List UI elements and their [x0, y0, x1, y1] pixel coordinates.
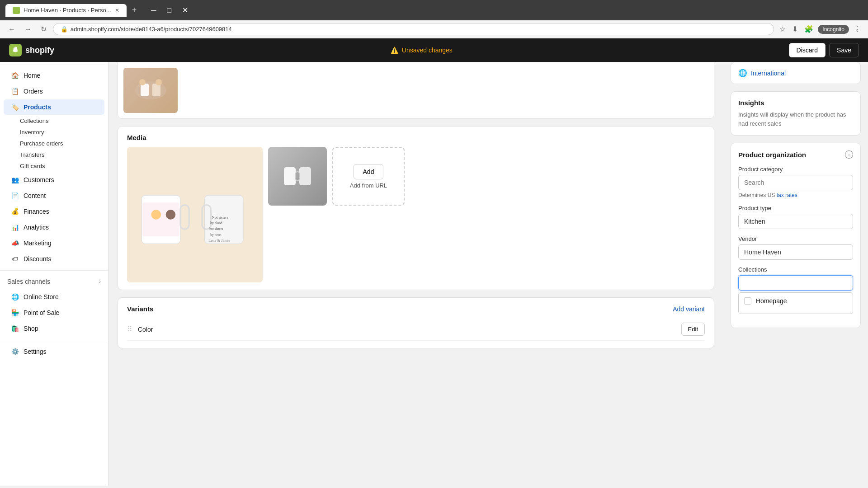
sidebar-item-home[interactable]: 🏠 Home — [4, 68, 104, 83]
svg-point-10 — [166, 210, 175, 219]
variants-card: Variants Add variant ⠿ Color Edit — [118, 297, 714, 348]
svg-text:Not sisters: Not sisters — [212, 215, 229, 220]
extensions-button[interactable]: 🧩 — [802, 23, 815, 35]
media-image-main[interactable]: Not sisters by blood but sisters by hear… — [127, 147, 263, 282]
sidebar-item-orders[interactable]: 📋 Orders — [4, 84, 104, 99]
media-add-box[interactable]: Add Add from URL — [332, 147, 405, 206]
sidebar-item-marketing[interactable]: 📣 Marketing — [4, 235, 104, 251]
bookmark-button[interactable]: ☆ — [778, 23, 788, 35]
collection-checkbox-homepage[interactable] — [744, 297, 751, 305]
product-preview-image[interactable] — [123, 68, 178, 113]
url-text: admin.shopify.com/store/de8143-a6/produc… — [71, 26, 232, 33]
sidebar-label-customers: Customers — [24, 176, 54, 183]
info-icon[interactable]: i — [845, 150, 853, 159]
variant-row-color: ⠿ Color Edit — [127, 318, 705, 341]
tab-title: Home Haven · Products · Perso... — [24, 7, 111, 14]
shopify-logo-icon — [9, 44, 22, 56]
variants-section: Variants Add variant ⠿ Color Edit — [118, 298, 714, 348]
variant-edit-button[interactable]: Edit — [681, 323, 705, 336]
sidebar-item-content[interactable]: 📄 Content — [4, 188, 104, 203]
sidebar-sub-transfers[interactable]: Transfers — [20, 149, 108, 160]
product-type-label: Product type — [738, 205, 853, 211]
finances-icon: 💰 — [11, 207, 19, 216]
sidebar-sub-purchase-orders[interactable]: Purchase orders — [20, 138, 108, 149]
sidebar-item-analytics[interactable]: 📊 Analytics — [4, 220, 104, 235]
back-button[interactable]: ← — [5, 23, 18, 35]
shop-icon: 🛍️ — [11, 324, 19, 333]
menu-button[interactable]: ⋮ — [852, 23, 863, 35]
tax-rates-link[interactable]: tax rates — [777, 192, 797, 198]
sidebar-item-shop[interactable]: 🛍️ Shop — [4, 321, 104, 336]
warning-icon: ⚠️ — [391, 47, 398, 54]
sales-channels-label: Sales channels — [7, 278, 50, 285]
drag-handle-icon[interactable]: ⠿ — [127, 325, 132, 333]
vendor-input[interactable] — [738, 244, 853, 260]
collection-option-homepage[interactable]: Homepage — [739, 293, 853, 309]
tab-close-btn[interactable]: ✕ — [115, 7, 119, 14]
save-button[interactable]: Save — [829, 43, 859, 57]
add-variant-link[interactable]: Add variant — [673, 305, 705, 313]
globe-icon: 🌐 — [738, 69, 747, 77]
product-type-input[interactable] — [738, 214, 853, 229]
sidebar-label-point-of-sale: Point of Sale — [24, 309, 59, 316]
sidebar-item-products[interactable]: 🏷️ Products — [4, 99, 104, 115]
svg-rect-19 — [299, 167, 311, 185]
sidebar-label-finances: Finances — [24, 208, 49, 215]
content-right: 🌐 International Insights Insights will d… — [723, 62, 868, 486]
media-add-button[interactable]: Add — [354, 164, 384, 179]
sidebar-divider — [0, 270, 108, 271]
product-category-label: Product category — [738, 166, 853, 173]
close-button[interactable]: ✕ — [179, 5, 192, 15]
international-section[interactable]: 🌐 International — [731, 62, 861, 84]
collection-label-homepage: Homepage — [756, 297, 787, 305]
forward-button[interactable]: → — [22, 23, 34, 35]
sales-channels-header[interactable]: Sales channels › — [0, 274, 108, 289]
svg-text:but sisters: but sisters — [209, 227, 223, 231]
svg-point-0 — [135, 81, 166, 99]
new-tab-button[interactable]: + — [128, 4, 141, 17]
settings-icon: ⚙️ — [11, 347, 19, 356]
image-preview-card — [118, 62, 714, 119]
product-org-header: Product organization i — [738, 150, 853, 159]
collections-input[interactable] — [738, 275, 853, 291]
incognito-badge: Incognito — [818, 25, 849, 34]
products-submenu: Collections Inventory Purchase orders Tr… — [0, 115, 108, 172]
media-add-url-label[interactable]: Add from URL — [350, 182, 387, 189]
preview-img-placeholder — [123, 68, 178, 113]
vendor-label: Vendor — [738, 235, 853, 242]
svg-rect-20 — [296, 172, 299, 181]
browser-navbar: ← → ↻ 🔒 admin.shopify.com/store/de8143-a… — [0, 20, 868, 38]
sidebar-item-point-of-sale[interactable]: 🏪 Point of Sale — [4, 305, 104, 320]
customers-icon: 👥 — [11, 176, 19, 184]
sidebar-sub-inventory[interactable]: Inventory — [20, 127, 108, 138]
sidebar-label-discounts: Discounts — [24, 255, 51, 263]
sidebar-label-settings: Settings — [24, 348, 47, 355]
sidebar-item-settings[interactable]: ⚙️ Settings — [4, 344, 104, 359]
sidebar-item-discounts[interactable]: 🏷 Discounts — [4, 251, 104, 267]
svg-point-4 — [156, 79, 162, 85]
svg-text:Lena & Jamie: Lena & Jamie — [208, 238, 230, 243]
sidebar-item-online-store[interactable]: 🌐 Online Store — [4, 289, 104, 305]
media-card: Media — [118, 126, 714, 290]
sidebar-sub-collections[interactable]: Collections — [20, 115, 108, 127]
dropdown-padding — [739, 309, 853, 314]
sidebar-item-customers[interactable]: 👥 Customers — [4, 172, 104, 188]
shopify-app: shopify ⚠️ Unsaved changes Discard Save … — [0, 38, 868, 486]
maximize-button[interactable]: □ — [164, 5, 175, 15]
discard-button[interactable]: Discard — [789, 43, 826, 57]
sales-channels-chevron: › — [99, 278, 101, 285]
sidebar-sub-gift-cards[interactable]: Gift cards — [20, 160, 108, 172]
sidebar-item-finances[interactable]: 💰 Finances — [4, 204, 104, 219]
address-bar[interactable]: 🔒 admin.shopify.com/store/de8143-a6/prod… — [53, 23, 774, 35]
ssl-lock-icon: 🔒 — [61, 26, 68, 33]
reload-button[interactable]: ↻ — [38, 23, 49, 35]
active-tab[interactable]: Home Haven · Products · Perso... ✕ — [5, 4, 127, 17]
shopify-logo-text: shopify — [25, 46, 54, 55]
media-image-small[interactable] — [268, 147, 327, 206]
sidebar-label-analytics: Analytics — [24, 224, 49, 231]
minimize-button[interactable]: ─ — [147, 5, 160, 15]
product-category-input[interactable] — [738, 175, 853, 190]
orders-icon: 📋 — [11, 87, 19, 95]
sidebar-divider-2 — [0, 340, 108, 340]
download-button[interactable]: ⬇ — [790, 23, 800, 35]
